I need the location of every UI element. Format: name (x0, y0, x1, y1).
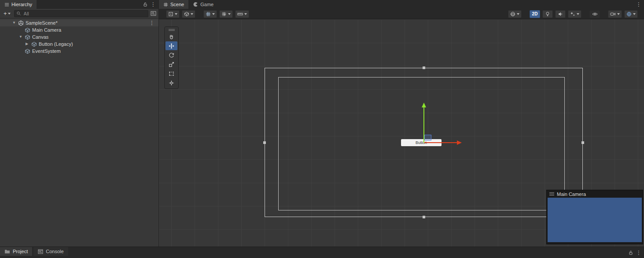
gameobject-name-label: EventSystem (32, 48, 61, 54)
camera-preview-toggle[interactable] (608, 10, 622, 18)
snap-grid-icon (221, 11, 227, 17)
chevron-down-icon (617, 13, 620, 15)
eye-icon (592, 11, 598, 17)
gizmos-dropdown[interactable] (624, 10, 638, 18)
scale-tool-button[interactable] (166, 60, 177, 69)
global-cube-icon (184, 11, 189, 17)
camera-preview-image (548, 198, 642, 242)
speaker-icon (558, 11, 563, 17)
gameobject-icon (31, 41, 37, 47)
scene-options-kebab-icon[interactable]: ⋮ (149, 20, 158, 26)
create-object-button[interactable]: + (2, 10, 12, 17)
project-tab-label: Project (13, 249, 28, 254)
bottom-menu-kebab-icon[interactable]: ⋮ (636, 250, 641, 255)
hand-icon (169, 34, 174, 40)
shading-mode-dropdown[interactable] (508, 10, 522, 18)
2d-toggle[interactable]: 2D (530, 10, 540, 18)
rect-handle-left[interactable] (263, 141, 266, 144)
chevron-down-icon (244, 13, 247, 15)
move-tool-button[interactable] (166, 41, 177, 50)
gizmo-y-arrowhead-icon (422, 103, 426, 107)
hamburger-icon (4, 3, 9, 7)
tab-project[interactable]: Project (0, 247, 32, 256)
rect-handle-top[interactable] (423, 66, 425, 69)
scene-viewport[interactable]: Button Main Camera (159, 19, 644, 247)
camera-preview-overlay: Main Camera (546, 190, 643, 244)
chevron-down-icon (517, 13, 519, 15)
hierarchy-row-scene[interactable]: ▼ SampleScene* ⋮ (0, 19, 158, 26)
lock-icon[interactable] (143, 2, 148, 7)
pivot-mode-dropdown[interactable] (166, 10, 180, 18)
lock-icon[interactable] (628, 250, 633, 255)
chevron-down-icon (191, 13, 193, 15)
scene-panel: Scene Game ⋮ (159, 0, 644, 247)
bottom-panel-tabbar: Project Console ⋮ (0, 247, 644, 258)
chevron-down-icon (8, 13, 11, 15)
center-pivot-icon (168, 11, 173, 17)
hierarchy-row-button[interactable]: ▶ Button (Legacy) (0, 41, 158, 48)
chevron-down-icon (633, 13, 636, 15)
effects-dropdown[interactable] (568, 10, 581, 18)
rect-handle-bottom[interactable] (423, 216, 425, 218)
hierarchy-search-input[interactable] (23, 11, 146, 17)
plus-icon: + (4, 11, 7, 16)
hierarchy-tab-label: Hierarchy (11, 2, 32, 7)
tab-game[interactable]: Game (188, 0, 218, 9)
tab-scene[interactable]: Scene (159, 0, 188, 9)
scene-name-label: SampleScene* (26, 20, 58, 26)
transform-tool-button[interactable] (166, 78, 177, 87)
rect-tool-button[interactable] (166, 69, 177, 78)
gameobject-icon (25, 48, 30, 54)
tab-hierarchy[interactable]: Hierarchy (0, 0, 37, 9)
lighting-toggle[interactable] (542, 10, 553, 18)
chevron-down-icon (175, 13, 177, 15)
camera-preview-header[interactable]: Main Camera (547, 190, 643, 198)
hierarchy-row-main-camera[interactable]: Main Camera (0, 26, 158, 33)
rect-handle-right[interactable] (581, 141, 584, 144)
scene-tab-label: Scene (170, 2, 184, 7)
foldout-open-icon[interactable]: ▼ (12, 21, 18, 25)
rotate-tool-button[interactable] (166, 51, 177, 59)
snap-increment-dropdown[interactable] (235, 10, 249, 18)
hierarchy-panel: Hierarchy ⋮ + ▼ SampleScene* ⋮ (0, 0, 159, 247)
gizmo-y-axis-arrow[interactable] (423, 107, 424, 143)
gameobject-name-label: Main Camera (32, 27, 61, 33)
hierarchy-toolbar: + (0, 9, 158, 18)
console-tab-label: Console (46, 249, 63, 254)
orientation-dropdown[interactable] (182, 10, 195, 18)
audio-toggle[interactable] (555, 10, 566, 18)
overlay-grip-icon (549, 192, 554, 195)
gizmo-xy-plane-handle[interactable] (424, 135, 431, 140)
gameobject-icon (25, 34, 30, 40)
search-window-icon[interactable] (151, 11, 156, 16)
pan-tool-button[interactable] (166, 32, 177, 41)
game-tab-label: Game (200, 2, 213, 7)
scene-visibility-toggle[interactable] (589, 10, 600, 18)
hierarchy-row-eventsystem[interactable]: EventSystem (0, 48, 158, 55)
gizmo-x-axis-arrow[interactable] (424, 142, 457, 143)
grid-icon (206, 11, 211, 17)
hierarchy-row-canvas[interactable]: ▼ Canvas (0, 33, 158, 41)
hierarchy-tree: ▼ SampleScene* ⋮ Main Camera ▼ Canvas ▶ … (0, 18, 158, 55)
snap-settings-dropdown[interactable] (219, 10, 233, 18)
scene-menu-kebab-icon[interactable]: ⋮ (636, 2, 641, 7)
grid-visibility-dropdown[interactable] (203, 10, 217, 18)
tab-console[interactable]: Console (33, 247, 68, 256)
shaded-sphere-icon (510, 11, 515, 17)
hierarchy-tabbar: Hierarchy ⋮ (0, 0, 158, 9)
hierarchy-menu-kebab-icon[interactable]: ⋮ (151, 2, 156, 7)
gizmo-globe-icon (626, 11, 632, 17)
grid-icon (163, 2, 168, 7)
gameobject-icon (25, 27, 30, 33)
foldout-closed-icon[interactable]: ▶ (26, 42, 31, 46)
transform-icon (169, 80, 174, 86)
foldout-open-icon[interactable]: ▼ (19, 35, 25, 39)
chevron-down-icon (228, 13, 231, 15)
2d-label: 2D (532, 11, 538, 16)
rotate-icon (169, 52, 174, 58)
move-icon (169, 43, 174, 49)
scene-tabbar: Scene Game ⋮ (159, 0, 644, 9)
rect-tool-icon (169, 71, 174, 77)
overlay-grip-icon[interactable] (166, 28, 177, 32)
console-icon (38, 249, 43, 254)
